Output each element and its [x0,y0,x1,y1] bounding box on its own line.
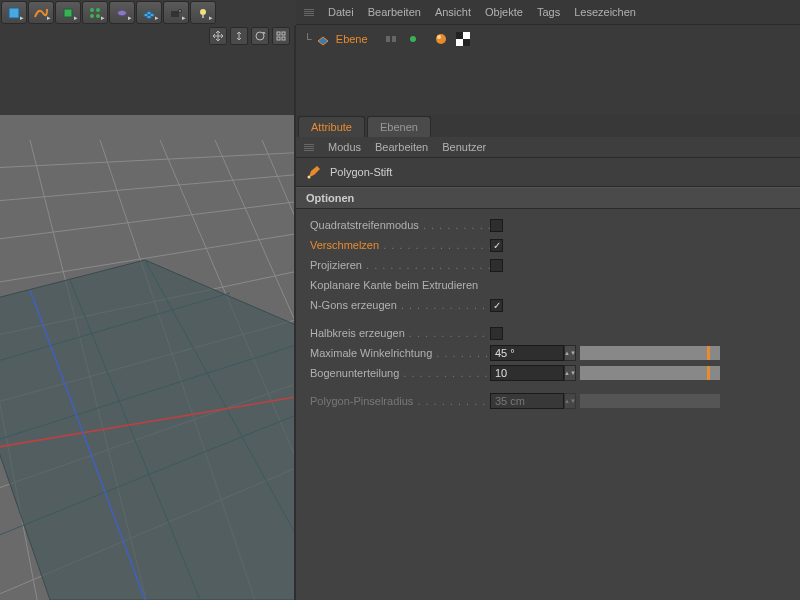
svg-point-13 [256,32,264,40]
svg-point-48 [308,176,311,179]
svg-rect-24 [456,32,463,39]
hierarchy-line-icon: └ [304,33,312,45]
subdiv-field[interactable]: 10 [490,365,564,381]
svg-point-10 [179,10,181,12]
svg-point-20 [410,36,416,42]
deformer-tool[interactable]: ▸ [109,1,135,24]
object-manager-menu: Datei Bearbeiten Ansicht Objekte Tags Le… [296,0,800,25]
svg-point-22 [437,35,441,39]
attribute-menu: Modus Bearbeiten Benutzer [296,137,800,158]
panel-tabs: Attribute Ebenen [296,115,800,137]
attribute-manager: Attribute Ebenen Modus Bearbeiten Benutz… [296,115,800,600]
quadstrip-checkbox[interactable] [490,219,503,232]
tool-header: Polygon-Stift [296,158,800,187]
opt-maxangle: Maximale Winkelrichtung 45 ° ▲▼ [310,343,786,363]
svg-rect-14 [277,32,280,35]
visibility-tag[interactable] [382,30,400,48]
opt-weld: Verschmelzen ✓ [310,235,786,255]
maxangle-field[interactable]: 45 ° [490,345,564,361]
radius-spinner: ▲▼ [564,393,576,409]
opt-coplanar: Koplanare Kante beim Extrudieren [310,275,786,295]
viewport-grid [0,115,296,600]
maxangle-spinner[interactable]: ▲▼ [564,345,576,361]
tool-name: Polygon-Stift [330,166,392,178]
svg-rect-17 [282,37,285,40]
svg-rect-18 [386,36,390,42]
opt-ngons: N-Gons erzeugen ✓ [310,295,786,315]
svg-rect-15 [282,32,285,35]
svg-marker-42 [0,260,296,600]
svg-rect-19 [392,36,396,42]
opt-arc: Halbkreis erzeugen [310,323,786,343]
options-list: Quadratstreifenmodus Verschmelzen ✓ Proj… [296,209,800,417]
vp-orbit-icon[interactable] [251,27,269,45]
phong-tag[interactable] [432,30,450,48]
nurbs-tool[interactable]: ▸ [55,1,81,24]
spline-tool[interactable]: ▸ [28,1,54,24]
svg-point-11 [200,9,206,15]
grip-icon[interactable] [304,9,314,16]
cube-tool[interactable]: ▸ [1,1,27,24]
arc-checkbox[interactable] [490,327,503,340]
array-tool[interactable]: ▸ [82,1,108,24]
opt-subdiv: Bogenunterteilung 10 ▲▼ [310,363,786,383]
vp-zoom-icon[interactable] [230,27,248,45]
opt-quadstrip: Quadratstreifenmodus [310,215,786,235]
menu-objects[interactable]: Objekte [485,6,523,18]
menu-file[interactable]: Datei [328,6,354,18]
opt-project: Projizieren [310,255,786,275]
svg-rect-0 [9,8,19,18]
grip-icon[interactable] [304,144,314,151]
3d-viewport[interactable] [0,115,296,600]
menu-view[interactable]: Ansicht [435,6,471,18]
tab-attribute[interactable]: Attribute [298,116,365,137]
vp-layout-icon[interactable] [272,27,290,45]
camera-tool[interactable]: ▸ [163,1,189,24]
attr-menu-mode[interactable]: Modus [328,141,361,153]
viewport-toolstrip [0,25,296,115]
plane-object-icon [316,32,330,46]
menu-edit[interactable]: Bearbeiten [368,6,421,18]
svg-point-5 [96,14,100,18]
floor-tool[interactable]: ▸ [136,1,162,24]
svg-point-4 [90,14,94,18]
svg-rect-12 [202,15,204,18]
svg-point-3 [96,8,100,12]
enable-dot[interactable] [404,30,422,48]
subdiv-slider[interactable] [580,366,720,380]
project-checkbox[interactable] [490,259,503,272]
object-name[interactable]: Ebene [336,33,368,45]
main-toolbar: ▸ ▸ ▸ ▸ ▸ ▸ ▸ ▸ [0,0,296,25]
svg-rect-25 [463,39,470,46]
light-tool[interactable]: ▸ [190,1,216,24]
svg-point-2 [90,8,94,12]
svg-rect-8 [171,11,179,17]
attr-menu-edit[interactable]: Bearbeiten [375,141,428,153]
object-manager: └ Ebene [296,25,800,115]
polygon-pen-icon [306,164,322,180]
attr-menu-user[interactable]: Benutzer [442,141,486,153]
menu-tags[interactable]: Tags [537,6,560,18]
radius-field: 35 cm [490,393,564,409]
tab-layers[interactable]: Ebenen [367,116,431,137]
radius-slider [580,394,720,408]
opt-radius: Polygon-Pinselradius 35 cm ▲▼ [310,391,786,411]
svg-rect-16 [277,37,280,40]
svg-point-21 [436,34,446,44]
ngons-checkbox[interactable]: ✓ [490,299,503,312]
object-row[interactable]: └ Ebene [304,29,792,49]
weld-checkbox[interactable]: ✓ [490,239,503,252]
checker-tag[interactable] [454,30,472,48]
maxangle-slider[interactable] [580,346,720,360]
subdiv-spinner[interactable]: ▲▼ [564,365,576,381]
svg-rect-1 [64,9,72,17]
menu-bookmarks[interactable]: Lesezeichen [574,6,636,18]
vp-pan-icon[interactable] [209,27,227,45]
section-options[interactable]: Optionen [296,187,800,209]
